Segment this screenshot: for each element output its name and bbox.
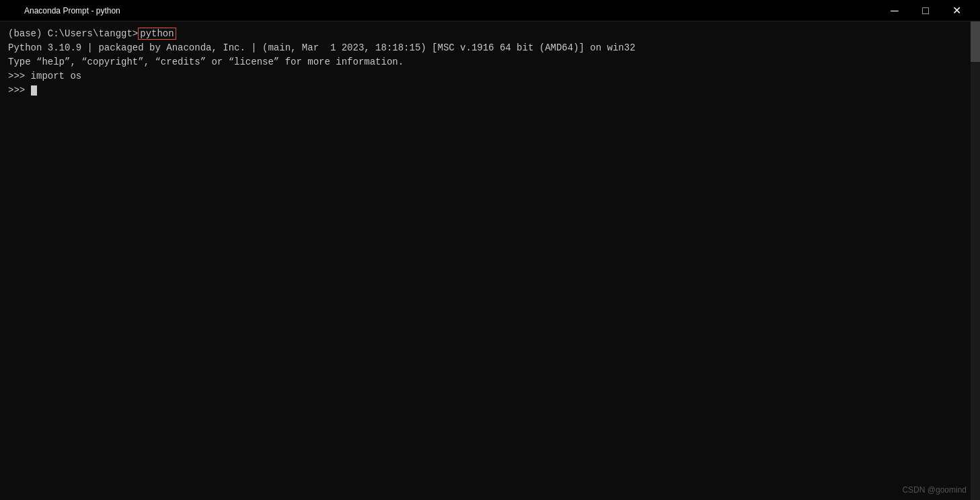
- terminal-cursor: [31, 85, 37, 96]
- python-command-highlight: python: [138, 28, 176, 40]
- app-icon: ⚡: [8, 5, 19, 16]
- terminal-line-1: (base) C:\Users\tanggt>python: [8, 27, 972, 41]
- close-button[interactable]: ✕: [941, 0, 972, 22]
- minimize-button[interactable]: ─: [879, 0, 910, 22]
- title-bar-left: ⚡ Anaconda Prompt - python: [8, 5, 120, 16]
- terminal-body[interactable]: (base) C:\Users\tanggt>python Python 3.1…: [0, 22, 980, 500]
- repl-prompt-2: >>>: [8, 85, 31, 96]
- window-controls: ─ □ ✕: [879, 0, 972, 22]
- prompt-1: (base) C:\Users\tanggt>: [8, 28, 138, 39]
- terminal-line-5: >>>: [8, 83, 972, 98]
- scrollbar[interactable]: [971, 22, 980, 500]
- window: ⚡ Anaconda Prompt - python ─ □ ✕ (base) …: [0, 0, 980, 500]
- repl-prompt-1: >>>: [8, 71, 31, 81]
- terminal-line-3: Type “help”, “copyright”, “credits” or “…: [8, 55, 972, 69]
- maximize-button[interactable]: □: [910, 0, 941, 22]
- title-bar: ⚡ Anaconda Prompt - python ─ □ ✕: [0, 0, 980, 22]
- terminal-line-4: >>> import os: [8, 69, 972, 83]
- scrollbar-thumb[interactable]: [971, 22, 980, 62]
- terminal-line-2: Python 3.10.9 | packaged by Anaconda, In…: [8, 41, 972, 55]
- watermark: CSDN @goomind: [902, 485, 967, 495]
- window-title: Anaconda Prompt - python: [24, 6, 120, 15]
